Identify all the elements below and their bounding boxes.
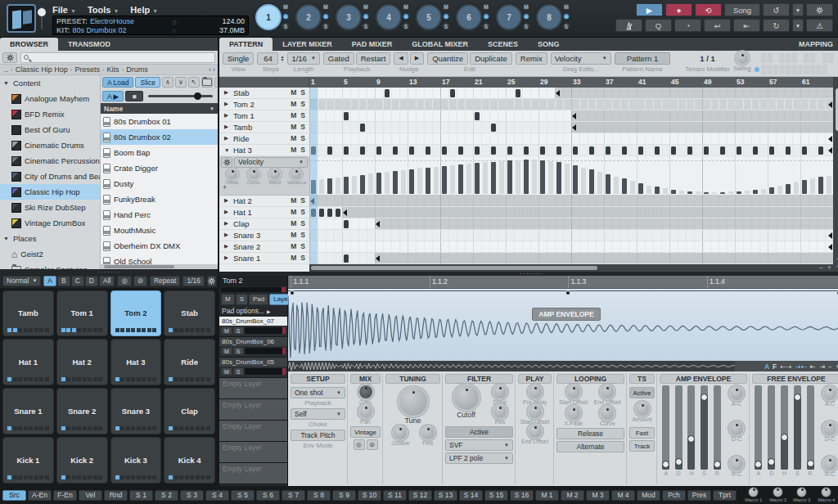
velocity-bar[interactable]	[426, 168, 430, 194]
track-header-hat-1[interactable]: ▶Hat 1MS	[219, 207, 309, 218]
tab-global-mixer[interactable]: GLOBAL MIXER	[402, 38, 478, 51]
modsource-m2[interactable]: M 2	[561, 490, 584, 501]
track-lane-tom-2[interactable]	[309, 99, 833, 110]
engine-2-mute-button[interactable]: M	[322, 2, 330, 11]
modsource-f-en[interactable]: F-En	[53, 490, 77, 501]
velocity-bar[interactable]	[336, 178, 340, 194]
erase-icon[interactable]: ⊘	[133, 276, 147, 286]
engine-4-solo-button[interactable]: S	[402, 22, 410, 30]
bank-a-button[interactable]: A	[43, 276, 56, 286]
open-folder-icon[interactable]	[201, 77, 213, 88]
steps-spinner[interactable]: ▲▼	[280, 52, 284, 65]
file-item[interactable]: FunkyBreak	[101, 191, 218, 207]
engine-8-mute-button[interactable]: M	[562, 2, 570, 11]
modsource-pres[interactable]: Pres	[687, 490, 711, 501]
amp-r-slider[interactable]	[714, 385, 721, 470]
grid-vscrollbar[interactable]: −+	[833, 77, 838, 272]
repeat-button[interactable]: Repeat	[150, 276, 180, 286]
track-header-clap[interactable]: ▶ClapMS	[219, 218, 309, 230]
hzoom-in-button[interactable]: +	[827, 263, 831, 272]
layer-name[interactable]: 80s_DrumBox_06	[219, 337, 287, 346]
layer-mute-button[interactable]: M	[221, 326, 232, 335]
end-offset-knob[interactable]	[529, 425, 542, 438]
bank-b-button[interactable]: B	[57, 276, 70, 286]
modsource-s15[interactable]: S 15	[484, 490, 508, 501]
note-event[interactable]	[327, 209, 332, 217]
sample-ruler[interactable]: 1.1.11.1.21.1.31.1.4	[288, 276, 838, 289]
note-event[interactable]	[311, 209, 316, 217]
track-solo-button[interactable]: S	[300, 146, 305, 154]
note-event[interactable]	[524, 146, 529, 155]
layer-mute-button[interactable]: M	[221, 347, 232, 355]
pattern-end-marker[interactable]	[828, 232, 832, 239]
drive-knob[interactable]	[493, 385, 507, 398]
modsource-s16[interactable]: S 16	[510, 490, 534, 501]
track-lane-snare-1[interactable]	[309, 253, 833, 264]
tree-item-geist2[interactable]: ⌂Geist2	[0, 246, 100, 262]
quantize-button[interactable]: Quantize	[427, 52, 468, 65]
velocity-bar[interactable]	[573, 165, 578, 194]
pad-kick-2[interactable]: Kick 2	[56, 437, 108, 484]
track-header-snare-2[interactable]: ▶Snare 2MS	[219, 241, 309, 253]
note-event[interactable]	[516, 89, 520, 97]
pattern-end-marker[interactable]	[572, 113, 576, 119]
note-event[interactable]	[769, 146, 774, 155]
note-event[interactable]	[393, 146, 398, 155]
tab-browser[interactable]: BROWSER	[0, 38, 58, 51]
track-mute-button[interactable]: M	[291, 208, 296, 216]
tab-song[interactable]: SONG	[528, 38, 570, 51]
white-key[interactable]	[779, 65, 785, 74]
auto-load-button[interactable]: A Load	[102, 77, 133, 88]
note-event[interactable]	[556, 146, 561, 155]
pattern-end-marker[interactable]	[828, 136, 832, 142]
track-header-snare-1[interactable]: ▶Snare 1MS	[219, 253, 309, 264]
pad-gear-icon[interactable]	[207, 276, 216, 286]
black-key[interactable]	[761, 53, 767, 63]
note-event[interactable]	[786, 146, 791, 155]
gain-knob[interactable]	[359, 385, 372, 398]
note-event[interactable]	[802, 146, 807, 155]
pad-tom-2[interactable]: Tom 2	[110, 290, 162, 337]
velocity-lane[interactable]	[309, 156, 833, 196]
collapse-up-icon[interactable]: ∧	[162, 77, 173, 88]
track-lane-stab[interactable]	[309, 88, 833, 99]
collapse-down-icon[interactable]: ∨	[175, 77, 187, 88]
restart-button[interactable]: Restart	[356, 52, 391, 65]
filter-mode-dropdown[interactable]: LPF 2 pole	[445, 452, 513, 464]
note-event[interactable]	[450, 89, 455, 97]
engine-3[interactable]: 3M◉S	[336, 2, 370, 34]
tree-item-vintage-drumbox[interactable]: Vintage DrumBox	[0, 215, 100, 231]
slider-handle[interactable]	[794, 394, 801, 401]
velocity-bar[interactable]	[548, 161, 553, 194]
start-offset-knob[interactable]	[529, 405, 542, 418]
bank-d-button[interactable]: D	[85, 276, 98, 286]
velocity-bar[interactable]	[679, 191, 684, 194]
file-item[interactable]: Boom Bap	[101, 145, 218, 160]
r-c-knob[interactable]	[730, 457, 743, 470]
velocity-bar[interactable]	[499, 161, 504, 194]
preset-name[interactable]: ElectroHouse	[90, 17, 134, 26]
filter-active-button[interactable]: Active	[445, 426, 513, 438]
file-item[interactable]: Old School	[101, 254, 218, 264]
note-event[interactable]	[491, 124, 496, 132]
engine-3-circle[interactable]: 3	[336, 4, 362, 30]
velocity-bar[interactable]	[622, 178, 627, 193]
file-item[interactable]: Hand Perc	[101, 207, 218, 223]
pattern-name-field[interactable]: Pattern 1	[615, 52, 671, 65]
note-event[interactable]	[753, 146, 758, 155]
alternate-button[interactable]: Alternate	[556, 441, 624, 452]
note-event[interactable]	[638, 146, 643, 155]
engine-7[interactable]: 7M◉S	[496, 2, 530, 34]
engine-7-solo-button[interactable]: S	[522, 22, 530, 30]
pad-view-button[interactable]: Pad	[249, 294, 268, 305]
track-solo-button[interactable]: S	[300, 219, 305, 227]
engine-8[interactable]: 8M◉S	[536, 2, 570, 34]
ts-fast-button[interactable]: Fast	[629, 427, 655, 439]
note-event[interactable]	[475, 112, 480, 120]
note-event[interactable]	[507, 146, 512, 155]
black-key[interactable]	[810, 53, 816, 63]
track-solo-button[interactable]: S	[300, 88, 305, 97]
velocity-bar[interactable]	[327, 178, 332, 193]
menu-tools[interactable]: Tools▼	[88, 5, 119, 15]
engine-5[interactable]: 5M◉S	[416, 2, 450, 34]
